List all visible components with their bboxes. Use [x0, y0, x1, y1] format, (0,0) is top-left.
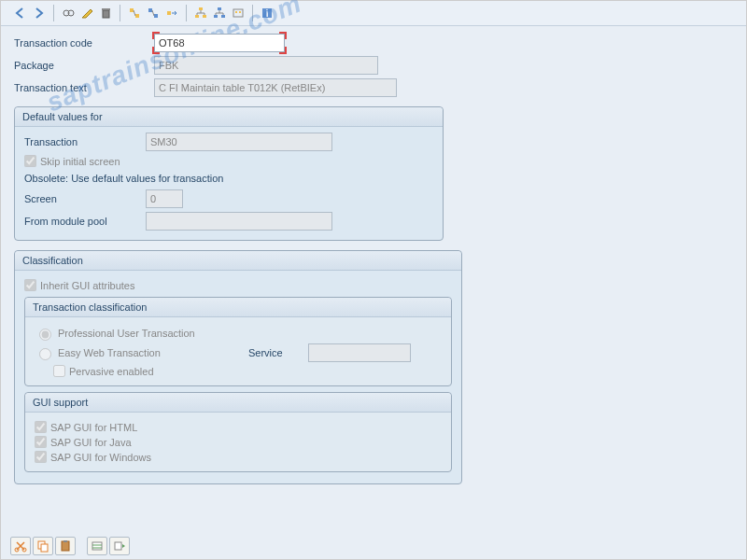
- professional-user-label: Professional User Transaction: [58, 328, 195, 339]
- copy-button[interactable]: [33, 537, 53, 555]
- where-used-button[interactable]: [230, 5, 247, 21]
- values-button[interactable]: [109, 537, 130, 555]
- gui-java-label: SAP GUI for Java: [50, 437, 132, 448]
- package-label: Package: [14, 60, 154, 71]
- inherit-gui-label: Inherit GUI attributes: [40, 280, 135, 291]
- toolbar-separator: [53, 5, 54, 21]
- gui-java-input: [35, 436, 47, 448]
- svg-rect-4: [130, 8, 134, 12]
- svg-rect-6: [148, 8, 152, 12]
- gui-html-input: [35, 421, 47, 433]
- skip-initial-screen-label: Skip initial screen: [40, 156, 120, 167]
- bottom-toolbar: [10, 537, 130, 555]
- professional-user-radio: Professional User Transaction: [35, 326, 442, 341]
- svg-rect-14: [221, 15, 225, 18]
- toolbar-separator: [186, 5, 187, 21]
- skip-initial-screen-checkbox: Skip initial screen: [24, 155, 433, 167]
- paste-button[interactable]: [55, 537, 76, 555]
- skip-initial-screen-input: [24, 155, 36, 167]
- transaction-text-label: Transaction text: [14, 82, 154, 93]
- svg-rect-10: [195, 15, 199, 18]
- transaction-code-input[interactable]: [154, 34, 285, 52]
- svg-rect-2: [103, 10, 109, 18]
- assign-button[interactable]: [211, 5, 228, 21]
- svg-rect-16: [235, 11, 237, 13]
- classification-group: Classification Inherit GUI attributes Tr…: [14, 250, 462, 484]
- easy-web-label: Easy Web Transaction: [58, 347, 245, 358]
- transaction-label: Transaction: [24, 136, 146, 147]
- service-label: Service: [248, 347, 304, 358]
- pervasive-checkbox: Pervasive enabled: [53, 365, 442, 377]
- svg-rect-24: [62, 541, 69, 551]
- svg-rect-9: [199, 7, 203, 10]
- back-button[interactable]: [12, 5, 29, 21]
- transaction-text-input: [154, 78, 397, 97]
- information-button[interactable]: i: [259, 5, 275, 21]
- transaction-classification-group: Transaction classification Professional …: [24, 297, 452, 386]
- svg-rect-7: [154, 14, 158, 18]
- easy-web-radio-row: Easy Web Transaction Service: [35, 343, 442, 362]
- inherit-gui-input: [24, 279, 36, 291]
- gui-html-checkbox: SAP GUI for HTML: [35, 421, 442, 433]
- svg-rect-5: [135, 14, 139, 18]
- gui-html-label: SAP GUI for HTML: [50, 422, 137, 433]
- svg-rect-3: [102, 8, 110, 10]
- selection-marker: [154, 34, 285, 52]
- svg-rect-12: [218, 7, 221, 10]
- find-next-button[interactable]: [145, 5, 162, 21]
- find-button[interactable]: [126, 5, 143, 21]
- svg-rect-13: [214, 15, 218, 18]
- screen-label: Screen: [24, 193, 146, 204]
- easy-web-input: [39, 348, 51, 360]
- svg-rect-11: [203, 15, 206, 18]
- forward-button[interactable]: [31, 5, 48, 21]
- svg-text:i: i: [265, 7, 268, 19]
- svg-rect-17: [239, 11, 241, 13]
- package-input: [154, 56, 378, 75]
- transaction-classification-title: Transaction classification: [25, 298, 451, 317]
- pervasive-input: [53, 365, 65, 377]
- edit-button[interactable]: [78, 5, 95, 21]
- classification-title: Classification: [15, 251, 461, 271]
- gui-support-title: GUI support: [25, 393, 451, 413]
- gui-java-checkbox: SAP GUI for Java: [35, 436, 442, 448]
- from-module-pool-label: From module pool: [24, 216, 146, 227]
- main-content: Transaction code Package Transaction tex…: [1, 26, 746, 501]
- from-module-pool-input: [146, 212, 332, 231]
- default-values-title: Default values for: [15, 107, 443, 127]
- default-values-group: Default values for Transaction Skip init…: [14, 106, 444, 241]
- gui-windows-checkbox: SAP GUI for Windows: [35, 451, 442, 463]
- delete-button[interactable]: [97, 5, 114, 21]
- application-toolbar: i: [1, 1, 746, 26]
- service-input: [308, 343, 411, 362]
- selection-marker-inner: [154, 34, 285, 52]
- gui-windows-input: [35, 451, 47, 463]
- toolbar-separator: [252, 5, 253, 21]
- variant-button[interactable]: [87, 537, 107, 555]
- display-button[interactable]: [60, 5, 77, 21]
- svg-rect-8: [167, 11, 171, 15]
- obsolete-text: Obsolete: Use default values for transac…: [24, 173, 433, 184]
- svg-rect-25: [63, 540, 67, 542]
- professional-user-input: [39, 329, 51, 341]
- other-object-button[interactable]: [163, 5, 180, 21]
- default-transaction-input: [146, 133, 332, 151]
- svg-rect-26: [92, 542, 102, 550]
- hierarchy-button[interactable]: [192, 5, 209, 21]
- svg-rect-29: [115, 542, 121, 550]
- svg-rect-15: [233, 9, 243, 17]
- sap-transaction-screen: saptrainsonline.com i Transaction code P…: [0, 0, 747, 560]
- screen-input: [146, 189, 183, 208]
- inherit-gui-checkbox: Inherit GUI attributes: [24, 279, 452, 291]
- cut-button[interactable]: [10, 537, 31, 555]
- toolbar-separator: [120, 5, 120, 21]
- transaction-code-label: Transaction code: [14, 37, 154, 49]
- bottom-spacer: [78, 537, 85, 555]
- gui-support-group: GUI support SAP GUI for HTML SAP GUI for…: [24, 392, 452, 472]
- pervasive-label: Pervasive enabled: [69, 366, 154, 377]
- svg-rect-23: [41, 544, 48, 552]
- gui-windows-label: SAP GUI for Windows: [50, 452, 151, 463]
